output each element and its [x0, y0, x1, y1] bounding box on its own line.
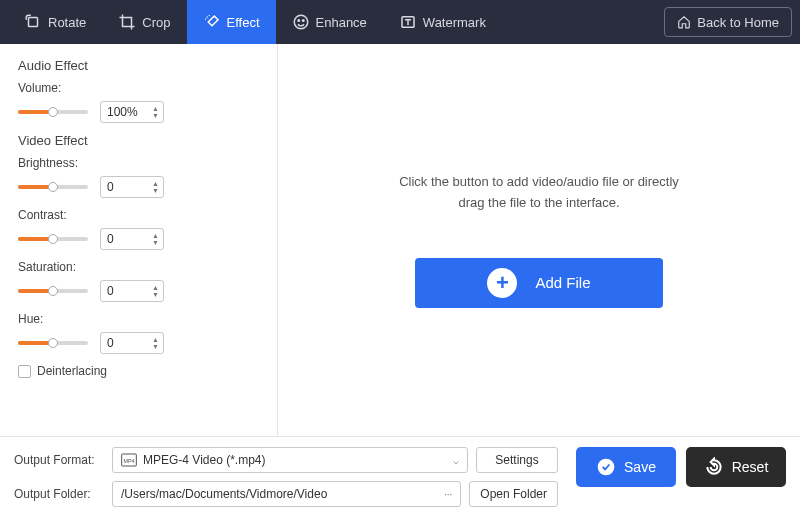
stepper-arrows[interactable]: ▲▼	[152, 336, 159, 350]
bottom-bar: Output Format: MP4 MPEG-4 Video (*.mp4) …	[0, 436, 800, 517]
back-to-home-button[interactable]: Back to Home	[664, 7, 792, 37]
watermark-label: Watermark	[423, 15, 486, 30]
settings-button[interactable]: Settings	[476, 447, 558, 473]
watermark-icon	[399, 13, 417, 31]
drop-hint: Click the button to add video/audio file…	[399, 172, 679, 214]
svg-point-1	[294, 15, 308, 29]
hue-value: 0	[107, 336, 114, 350]
save-label: Save	[624, 459, 656, 475]
svg-point-3	[302, 20, 304, 22]
volume-stepper[interactable]: 100% ▲▼	[100, 101, 164, 123]
rotate-label: Rotate	[48, 15, 86, 30]
deinterlacing-checkbox[interactable]	[18, 365, 31, 378]
saturation-label: Saturation:	[18, 260, 259, 274]
effect-label: Effect	[227, 15, 260, 30]
drop-hint-line2: drag the file to the interface.	[399, 193, 679, 214]
top-toolbar: Rotate Crop Effect Enhance Watermark Bac…	[0, 0, 800, 44]
hue-slider[interactable]	[18, 341, 88, 345]
stepper-arrows[interactable]: ▲▼	[152, 180, 159, 194]
drop-hint-line1: Click the button to add video/audio file…	[399, 172, 679, 193]
svg-point-7	[598, 459, 615, 476]
output-format-label: Output Format:	[14, 453, 104, 467]
svg-text:MP4: MP4	[124, 458, 135, 464]
enhance-tab[interactable]: Enhance	[276, 0, 383, 44]
brightness-stepper[interactable]: 0 ▲▼	[100, 176, 164, 198]
brightness-label: Brightness:	[18, 156, 259, 170]
drop-area[interactable]: Click the button to add video/audio file…	[278, 44, 800, 436]
crop-tab[interactable]: Crop	[102, 0, 186, 44]
contrast-label: Contrast:	[18, 208, 259, 222]
output-folder-value: /Users/mac/Documents/Vidmore/Video	[121, 487, 327, 501]
stepper-arrows[interactable]: ▲▼	[152, 232, 159, 246]
action-buttons: Save Reset	[576, 447, 786, 487]
reset-icon	[704, 457, 724, 477]
output-format-row: Output Format: MP4 MPEG-4 Video (*.mp4) …	[14, 447, 558, 473]
hue-stepper[interactable]: 0 ▲▼	[100, 332, 164, 354]
svg-point-2	[298, 20, 300, 22]
output-settings: Output Format: MP4 MPEG-4 Video (*.mp4) …	[14, 447, 558, 507]
plus-icon: +	[487, 268, 517, 298]
open-folder-button[interactable]: Open Folder	[469, 481, 558, 507]
contrast-stepper[interactable]: 0 ▲▼	[100, 228, 164, 250]
saturation-slider[interactable]	[18, 289, 88, 293]
hue-label: Hue:	[18, 312, 259, 326]
contrast-slider[interactable]	[18, 237, 88, 241]
hue-control: Hue: 0 ▲▼	[18, 312, 259, 354]
brightness-slider[interactable]	[18, 185, 88, 189]
output-folder-field[interactable]: /Users/mac/Documents/Vidmore/Video ···	[112, 481, 461, 507]
back-label: Back to Home	[697, 15, 779, 30]
video-section-title: Video Effect	[18, 133, 259, 148]
stepper-arrows[interactable]: ▲▼	[152, 105, 159, 119]
enhance-icon	[292, 13, 310, 31]
saturation-control: Saturation: 0 ▲▼	[18, 260, 259, 302]
main-area: Audio Effect Volume: 100% ▲▼ Video Effec…	[0, 44, 800, 436]
brightness-control: Brightness: 0 ▲▼	[18, 156, 259, 198]
rotate-icon	[24, 13, 42, 31]
stepper-arrows[interactable]: ▲▼	[152, 284, 159, 298]
add-file-button[interactable]: + Add File	[415, 258, 663, 308]
reset-button[interactable]: Reset	[686, 447, 786, 487]
contrast-value: 0	[107, 232, 114, 246]
volume-control: Volume: 100% ▲▼	[18, 81, 259, 123]
rotate-tab[interactable]: Rotate	[8, 0, 102, 44]
volume-value: 100%	[107, 105, 138, 119]
crop-icon	[118, 13, 136, 31]
output-format-select[interactable]: MP4 MPEG-4 Video (*.mp4) ⌵	[112, 447, 468, 473]
save-button[interactable]: Save	[576, 447, 676, 487]
volume-slider[interactable]	[18, 110, 88, 114]
effects-panel: Audio Effect Volume: 100% ▲▼ Video Effec…	[0, 44, 278, 436]
add-file-label: Add File	[535, 274, 590, 291]
chevron-down-icon: ⌵	[453, 455, 459, 466]
more-icon[interactable]: ···	[444, 489, 452, 500]
mpeg-icon: MP4	[121, 453, 137, 467]
deinterlacing-row[interactable]: Deinterlacing	[18, 364, 259, 378]
contrast-control: Contrast: 0 ▲▼	[18, 208, 259, 250]
output-folder-row: Output Folder: /Users/mac/Documents/Vidm…	[14, 481, 558, 507]
crop-label: Crop	[142, 15, 170, 30]
svg-rect-0	[29, 18, 38, 27]
output-folder-label: Output Folder:	[14, 487, 104, 501]
volume-label: Volume:	[18, 81, 259, 95]
brightness-value: 0	[107, 180, 114, 194]
reset-label: Reset	[732, 459, 769, 475]
saturation-value: 0	[107, 284, 114, 298]
effect-tab[interactable]: Effect	[187, 0, 276, 44]
deinterlacing-label: Deinterlacing	[37, 364, 107, 378]
watermark-tab[interactable]: Watermark	[383, 0, 502, 44]
output-format-value: MPEG-4 Video (*.mp4)	[143, 453, 266, 467]
enhance-label: Enhance	[316, 15, 367, 30]
check-circle-icon	[596, 457, 616, 477]
saturation-stepper[interactable]: 0 ▲▼	[100, 280, 164, 302]
effect-icon	[203, 13, 221, 31]
audio-section-title: Audio Effect	[18, 58, 259, 73]
home-icon	[677, 15, 691, 29]
